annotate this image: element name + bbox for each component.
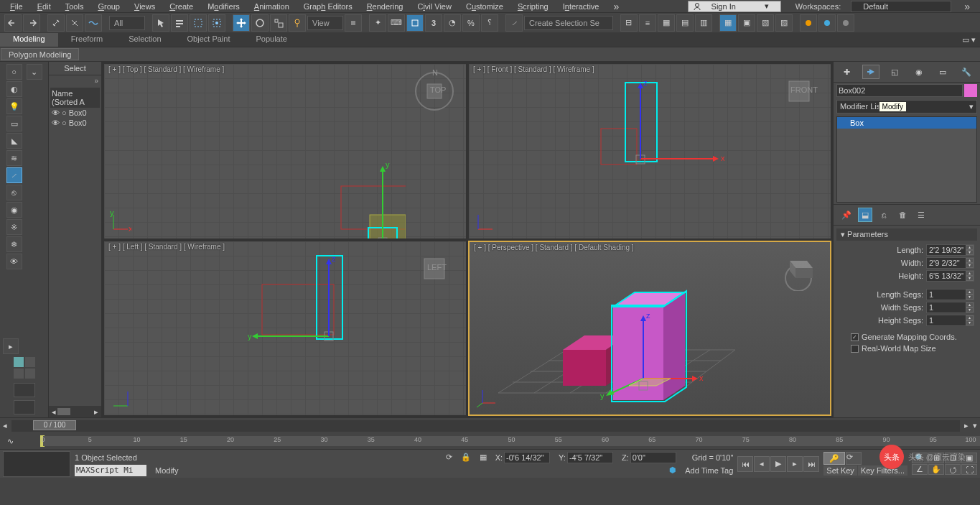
selection-filter[interactable]: All: [109, 16, 145, 30]
display-lights-icon[interactable]: 💡: [6, 98, 22, 114]
rotate-button[interactable]: [251, 14, 269, 32]
z-field[interactable]: [630, 452, 676, 463]
menu-modifiers[interactable]: Modifiers: [200, 2, 247, 11]
isolate-icon[interactable]: 🔒: [461, 453, 471, 462]
goto-start-button[interactable]: ⏮: [737, 456, 753, 472]
mirror-button[interactable]: ⟋: [505, 14, 523, 32]
display-spacewarps-icon[interactable]: ≋: [6, 150, 22, 166]
scene-explorer-pin-icon[interactable]: »: [49, 75, 101, 86]
time-slider[interactable]: 0 / 100: [11, 420, 960, 432]
tab-create-icon[interactable]: ✚: [839, 65, 856, 79]
pivot-center-button[interactable]: [345, 14, 362, 32]
menu-edit[interactable]: Edit: [30, 2, 58, 11]
setkey-button[interactable]: Set Key: [823, 465, 857, 476]
tab-motion-icon[interactable]: ◉: [910, 65, 928, 79]
tab-modeling[interactable]: Modeling: [0, 33, 58, 47]
menu-rendering[interactable]: Rendering: [360, 2, 411, 11]
time-ruler[interactable]: ∿ 05101520253035404550556065707580859095…: [0, 433, 980, 449]
gen-mapping-checkbox[interactable]: ✓Generate Mapping Coords.: [836, 331, 977, 343]
select-by-name-button[interactable]: [171, 14, 188, 32]
viewport-perspective[interactable]: [ + ] [ Perspective ] [ Standard ] [ Def…: [468, 241, 831, 417]
bind-spacewarp-button[interactable]: [85, 14, 102, 32]
add-time-tag[interactable]: Add Time Tag: [685, 466, 733, 475]
workspace-overflow-icon[interactable]: »: [957, 1, 977, 12]
pin-stack-icon[interactable]: 📌: [839, 208, 854, 222]
angle-snap-button[interactable]: 3: [425, 14, 442, 32]
viewcube-front[interactable]: FRONT: [778, 70, 821, 113]
viewcube-top[interactable]: TOPN: [413, 70, 456, 113]
abs-rel-icon[interactable]: ▦: [480, 453, 487, 462]
menu-views[interactable]: Views: [127, 2, 162, 11]
realworld-checkbox[interactable]: Real-World Map Size: [836, 343, 977, 354]
show-end-result-icon[interactable]: ⬓: [858, 208, 872, 222]
tab-polymodeling[interactable]: Polygon Modeling: [1, 48, 79, 60]
make-unique-icon[interactable]: ⎌: [877, 208, 891, 222]
tab-hierarchy-icon[interactable]: ◱: [886, 65, 903, 79]
percent-snap-button[interactable]: ◔: [444, 14, 461, 32]
menu-tools[interactable]: Tools: [58, 2, 91, 11]
width-field[interactable]: [927, 258, 966, 268]
select-button[interactable]: [152, 14, 169, 32]
list-header[interactable]: Name (Sorted A: [50, 88, 100, 108]
viewport-top-label[interactable]: [ + ] [ Top ] [ Standard ] [ Wireframe ]: [108, 65, 224, 73]
list-item[interactable]: 👁○Box0: [50, 118, 100, 128]
list-item[interactable]: 👁○Box0: [50, 108, 100, 118]
ribbon-collapse-icon[interactable]: ▭ ▾: [958, 33, 980, 47]
timeline-left-arrow-icon[interactable]: ◂: [3, 421, 7, 430]
hseg-field[interactable]: [927, 315, 966, 325]
length-field[interactable]: [927, 245, 966, 255]
tab-objectpaint[interactable]: Object Paint: [174, 33, 243, 47]
display-particles-icon[interactable]: ⟋: [6, 167, 22, 183]
select-rect-button[interactable]: [190, 14, 207, 32]
spinner-snap-button[interactable]: %: [462, 14, 480, 32]
render-online-button[interactable]: [837, 14, 854, 32]
layer-explorer-button[interactable]: ▦: [658, 14, 675, 32]
menu-scripting[interactable]: Scripting: [510, 2, 556, 11]
viewport-front[interactable]: [ + ] [ Front ] [ Standard ] [ Wireframe…: [468, 63, 831, 239]
ref-coord-system[interactable]: View: [307, 16, 343, 30]
modifier-list-dd[interactable]: Modifier List▾: [836, 100, 977, 113]
x-field[interactable]: [504, 452, 550, 463]
tab-display-icon[interactable]: ▭: [934, 65, 951, 79]
menu-file[interactable]: File: [3, 2, 30, 11]
viewport-preset-1[interactable]: [14, 383, 35, 397]
y-field[interactable]: [567, 452, 613, 463]
scale-button[interactable]: [270, 14, 287, 32]
expand-panel-icon[interactable]: ▸: [3, 338, 19, 354]
lock-selection-icon[interactable]: ⟳: [446, 453, 452, 462]
menu-customize[interactable]: Customize: [459, 2, 510, 11]
menu-animation[interactable]: Animation: [247, 2, 297, 11]
lseg-field[interactable]: [927, 289, 966, 300]
named-selection-dd[interactable]: Create Selection Se: [524, 16, 613, 30]
keyboard-shortcut-button[interactable]: ⌨: [388, 14, 405, 32]
object-name-field[interactable]: [836, 84, 963, 97]
curve-editor-button[interactable]: ▥: [695, 14, 712, 32]
menu-create[interactable]: Create: [162, 2, 200, 11]
wseg-field[interactable]: [927, 302, 966, 312]
next-frame-button[interactable]: ▸: [787, 456, 803, 472]
menu-group[interactable]: Group: [90, 2, 127, 11]
display-geom-icon[interactable]: ○: [6, 64, 22, 80]
height-field[interactable]: [927, 271, 966, 281]
snap-toggle-button[interactable]: [406, 14, 424, 32]
menu-grapheditors[interactable]: Graph Editors: [297, 2, 360, 11]
viewport-layout-icon[interactable]: [14, 357, 35, 379]
move-button[interactable]: [233, 14, 250, 32]
select-window-button[interactable]: [208, 14, 225, 32]
unlink-button[interactable]: [66, 14, 83, 32]
display-hide-icon[interactable]: 👁: [6, 254, 22, 269]
render-setup-button[interactable]: ▧: [757, 14, 774, 32]
render-frame-button[interactable]: ▨: [775, 14, 793, 32]
layers-button[interactable]: ≡: [639, 14, 656, 32]
link-button[interactable]: [47, 14, 65, 32]
configure-sets-icon[interactable]: ☰: [914, 208, 928, 222]
time-tag-icon[interactable]: ⬢: [669, 465, 676, 475]
tab-selection[interactable]: Selection: [116, 33, 174, 47]
viewport-persp-label[interactable]: [ + ] [ Perspective ] [ Standard ] [ Def…: [474, 244, 634, 251]
signin-button[interactable]: Sign In ▾: [688, 1, 781, 12]
rollout-header[interactable]: ▾ Parameters: [836, 228, 977, 241]
color-swatch[interactable]: [964, 84, 977, 97]
menu-overflow-icon[interactable]: »: [606, 1, 626, 12]
display-bone-icon[interactable]: ⎋: [6, 185, 22, 200]
prev-frame-button[interactable]: ◂: [754, 456, 770, 472]
